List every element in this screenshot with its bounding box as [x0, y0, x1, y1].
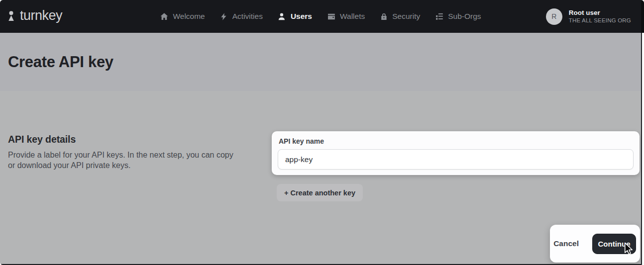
section-description: Provide a label for your API keys. In th… — [8, 150, 236, 171]
nav-item-welcome[interactable]: Welcome — [160, 12, 205, 21]
api-key-name-card: API key name — [272, 131, 640, 175]
api-key-name-label: API key name — [279, 137, 324, 145]
nav-item-label: Welcome — [173, 12, 205, 21]
page-title: Create API key — [8, 53, 113, 71]
api-key-name-input[interactable] — [278, 149, 634, 170]
nav-item-label: Activities — [232, 12, 263, 21]
user-menu[interactable]: R Root user THE ALL SEEING ORG — [546, 0, 631, 33]
brand-wordmark: turnkey — [20, 9, 62, 24]
nav-item-label: Users — [291, 12, 312, 21]
top-navbar: turnkey Welcome Activities — [0, 0, 641, 33]
person-icon — [278, 12, 286, 21]
bolt-icon — [220, 12, 228, 21]
app-window: turnkey Welcome Activities — [0, 0, 644, 265]
window-edge-right — [641, 33, 644, 265]
main-nav: Welcome Activities Users — [160, 12, 481, 21]
nav-item-label: Wallets — [340, 12, 365, 21]
turnkey-logo-icon — [7, 10, 15, 22]
page-header: Create API key — [0, 33, 641, 91]
window-edge-top — [641, 0, 644, 33]
nav-item-activities[interactable]: Activities — [220, 12, 263, 21]
page-body: API key details Provide a label for your… — [0, 91, 641, 265]
api-key-details-section: API key details Provide a label for your… — [8, 134, 242, 171]
user-meta: Root user THE ALL SEEING ORG — [569, 8, 631, 24]
nav-item-wallets[interactable]: Wallets — [327, 12, 365, 21]
nav-item-sub-orgs[interactable]: Sub-Orgs — [435, 12, 481, 21]
nav-item-security[interactable]: Security — [380, 12, 420, 21]
create-another-key-button[interactable]: + Create another key — [277, 184, 363, 201]
user-org: THE ALL SEEING ORG — [569, 17, 631, 24]
footer-action-card: Cancel Continue — [550, 225, 640, 263]
continue-button[interactable]: Continue — [592, 234, 636, 254]
user-name: Root user — [569, 8, 631, 17]
brand-logo[interactable]: turnkey — [7, 9, 62, 24]
nav-item-users[interactable]: Users — [278, 12, 312, 21]
section-heading: API key details — [8, 134, 242, 145]
nav-item-label: Security — [392, 12, 420, 21]
cancel-button[interactable]: Cancel — [553, 239, 579, 248]
avatar-initial: R — [551, 12, 556, 20]
org-list-icon — [435, 12, 443, 21]
wallet-icon — [327, 12, 335, 21]
lock-icon — [380, 12, 388, 21]
nav-item-label: Sub-Orgs — [448, 12, 481, 21]
home-icon — [160, 12, 168, 21]
avatar: R — [546, 8, 562, 25]
